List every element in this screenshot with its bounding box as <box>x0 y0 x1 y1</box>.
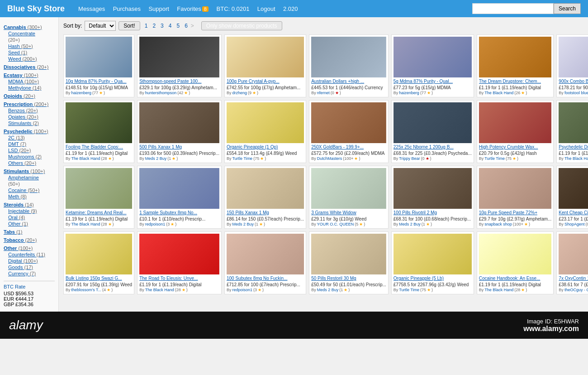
seller-link[interactable]: nfernet <box>317 91 330 95</box>
product-title[interactable]: Kent Cheap Cigarettes To... <box>559 210 588 216</box>
product-title[interactable]: Australian Dollars +high ... <box>311 79 386 84</box>
sidebar-item-meth[interactable]: Meth (8) <box>4 194 55 199</box>
sidebar-item-benzos[interactable]: Benzos (20+) <box>4 108 55 113</box>
sort-button[interactable]: Sort! <box>119 21 140 30</box>
seller-link[interactable]: Turtle Time <box>399 288 419 292</box>
sidebar-item-cocaine[interactable]: Cocaine (50+) <box>4 188 55 193</box>
product-title[interactable]: Psychedelic Drugs Reconsi... <box>559 144 588 150</box>
sidebar-item-dissociatives[interactable]: Dissociatives (20+) <box>4 64 55 70</box>
product-title[interactable]: High Potency Crumble Wax... <box>479 144 552 150</box>
nav-messages[interactable]: Messages <box>78 5 105 12</box>
product-title[interactable]: 250X GoldBars - 199.9+... <box>311 144 386 150</box>
sidebar-item-opiates[interactable]: Opiates (20+) <box>4 114 55 120</box>
product-title[interactable]: 150 Pills Xanax 1 Mg <box>227 210 304 216</box>
sidebar-item-amphetamine[interactable]: Amphetamine <box>4 175 55 180</box>
seller-link[interactable]: redpoison1 <box>145 222 166 226</box>
sidebar-item-opioids[interactable]: Opioids (20+) <box>4 93 55 99</box>
product-title[interactable]: 3 Grams White Widow <box>311 210 386 216</box>
seller-link[interactable]: haizenberg <box>399 91 419 95</box>
seller-link[interactable]: snapback shop <box>484 222 512 226</box>
sidebar-item-digital[interactable]: Digital (100+) <box>4 258 55 264</box>
seller-link[interactable]: theOCguy - Oxy... <box>564 288 588 292</box>
product-title[interactable]: 10g Pure Speed Paste 72%+ <box>479 210 552 216</box>
product-title[interactable]: The Road To Eleusis: Unve... <box>139 276 219 281</box>
seller-link[interactable]: footstool blue... <box>564 91 588 95</box>
sidebar-item-cannabis[interactable]: Cannabis (300+) <box>4 24 55 30</box>
search-input[interactable] <box>472 3 554 14</box>
page-6[interactable]: 6 <box>183 22 190 29</box>
sidebar-item-other-steroids[interactable]: Other (1) <box>4 221 55 226</box>
sidebar-item-goods[interactable]: Goods (17) <box>4 264 55 270</box>
seller-link[interactable]: Meds 2 Buy <box>145 156 167 161</box>
seller-link[interactable]: YOUR O.C. QUEEN <box>317 222 354 226</box>
seller-link[interactable]: The Black Hand <box>71 222 100 226</box>
seller-link[interactable]: Trippy Bear <box>399 156 420 161</box>
seller-link[interactable]: Turtle Time <box>232 156 252 161</box>
sidebar-item-weed[interactable]: Weed (200+) <box>4 56 55 62</box>
btc-rate-link[interactable]: BTC Rate <box>4 284 55 289</box>
sidebar-item-mdma[interactable]: MDMA (100+) <box>4 79 55 84</box>
page-3[interactable]: 3 <box>159 22 166 29</box>
sidebar-item-steroids[interactable]: Steroids (14) <box>4 202 55 207</box>
sidebar-item-tobacco[interactable]: Tobacco (20+) <box>4 237 55 243</box>
page-4[interactable]: 4 <box>167 22 174 29</box>
page-5[interactable]: 5 <box>175 22 181 29</box>
seller-link[interactable]: Turtle Time <box>484 156 505 161</box>
sidebar-item-other[interactable]: Other (100+) <box>4 245 55 251</box>
sidebar-item-oral[interactable]: Oral (4) <box>4 215 55 220</box>
sidebar-item-injectable[interactable]: Injectable (9) <box>4 208 55 214</box>
product-title[interactable]: Ketamine: Dreams And Real... <box>66 210 132 216</box>
sidebar-item-others-psych[interactable]: Others (20+) <box>4 160 55 166</box>
nav-btc[interactable]: BTC: 0.0201 <box>217 5 250 12</box>
sidebar-item-dmt[interactable]: DMT (7) <box>4 141 55 147</box>
product-title[interactable]: 5g Mdma 87% Purity - Qual... <box>394 79 472 84</box>
seller-link[interactable]: huntersthompson <box>145 91 177 95</box>
seller-link[interactable]: Meds 2 Buy <box>232 222 254 226</box>
page-2[interactable]: 2 <box>151 22 157 29</box>
sidebar-item-ecstasy[interactable]: Ecstasy (100+) <box>4 72 55 78</box>
product-title[interactable]: Bulk Listing 150g Swazi G... <box>66 276 132 281</box>
seller-link[interactable]: Meds 2 Buy <box>399 222 421 226</box>
page-1[interactable]: 1 <box>143 22 150 29</box>
product-title[interactable]: Organic Pineapple (5 Lb) <box>394 276 472 281</box>
seller-link[interactable]: The Black Hand <box>484 91 513 95</box>
nav-purchases[interactable]: Purchases <box>113 5 141 12</box>
product-title[interactable]: The Dream Drugstore: Chem... <box>479 79 552 84</box>
seller-link[interactable]: redpoison1 <box>232 288 252 292</box>
seller-link[interactable]: drzheng <box>232 91 247 95</box>
product-title[interactable]: 7x OxyContin 10 Mg - The... <box>559 276 588 281</box>
sidebar-item-stimulants-sub[interactable]: Stimulants (2) <box>4 120 55 126</box>
sidebar-item-tabs[interactable]: Tabs (1) <box>4 229 55 235</box>
product-title[interactable]: 50 Pills Restoril 30 Mg <box>311 276 386 281</box>
sidebar-item-psychedelic[interactable]: Psychedelic (100+) <box>4 129 55 134</box>
seller-link[interactable]: ShopAgent <box>564 222 585 226</box>
seller-link[interactable]: haizenberg <box>71 91 92 95</box>
domestic-btn[interactable]: Only show domestic products <box>201 21 282 30</box>
seller-link[interactable]: The Black Hand <box>145 288 174 292</box>
product-title[interactable]: 1 Sample Subutex 8mg No... <box>139 210 219 216</box>
sidebar-item-mushrooms[interactable]: Mushrooms (2) <box>4 154 55 159</box>
product-title[interactable]: 100 Pills Rivotril 2 Mg <box>394 210 472 216</box>
sidebar-item-seed[interactable]: Seed (1) <box>4 50 55 55</box>
sidebar-item-hash[interactable]: Hash (50+) <box>4 43 55 49</box>
product-title[interactable]: Cocaine Handbook: An Esse... <box>479 276 552 281</box>
sidebar-item-stimulants[interactable]: Stimulants (100+) <box>4 168 55 174</box>
sort-select[interactable]: Default Price Rating Date <box>85 21 116 31</box>
sidebar-item-2c[interactable]: 2C (13) <box>4 135 55 140</box>
nav-support[interactable]: Support <box>148 5 169 12</box>
seller-link[interactable]: theblossom's T... <box>71 288 102 292</box>
sidebar-item-prescription[interactable]: Prescription (200+) <box>4 101 55 107</box>
nav-version[interactable]: 2.020 <box>283 5 298 12</box>
product-title[interactable]: 10g Mdma 87% Purity - Qua... <box>66 79 132 84</box>
seller-link[interactable]: DutchMasters <box>317 156 342 161</box>
product-title[interactable]: 900x Combo Blotters! 25b... <box>559 79 588 84</box>
seller-link[interactable]: Meds 2 Buy <box>317 288 339 292</box>
nav-favorites[interactable]: Favorites8 <box>177 5 210 12</box>
seller-link[interactable]: The Black Hand <box>484 288 513 292</box>
product-title[interactable]: 100g Pure Crystal A-pyp... <box>227 79 304 84</box>
sidebar-item-lsd[interactable]: LSD (20+) <box>4 148 55 153</box>
product-title[interactable]: 500 Pills Xanax 1 Mg <box>139 144 219 150</box>
sidebar-item-counterfeits[interactable]: Counterfeits (11) <box>4 252 55 257</box>
product-title[interactable]: Organic Pineapple (1 Qp) <box>227 144 304 150</box>
search-button[interactable]: Search <box>554 3 581 14</box>
